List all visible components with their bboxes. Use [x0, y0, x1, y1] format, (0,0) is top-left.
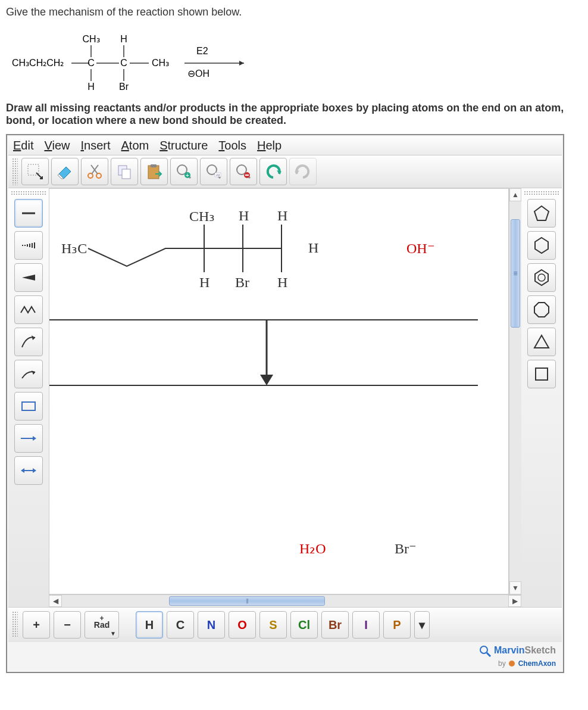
copy-tool[interactable]	[111, 158, 138, 185]
atom-C-button[interactable]: C	[167, 611, 194, 639]
scroll-h-track[interactable]	[62, 595, 508, 607]
svg-marker-49	[260, 375, 273, 385]
left-toolbar	[8, 188, 49, 607]
svg-marker-44	[33, 468, 36, 473]
scroll-left-arrow[interactable]: ◀	[49, 595, 62, 607]
menu-atom[interactable]: Atom	[121, 139, 149, 152]
canvas-ch3: CH₃	[189, 208, 215, 225]
charge-plus-button[interactable]: +	[23, 611, 50, 639]
atom-H-button[interactable]: H	[136, 611, 163, 639]
brand-by: by	[498, 659, 506, 668]
undo-tool[interactable]	[259, 158, 287, 185]
wedge-hash-tool[interactable]	[14, 231, 43, 260]
atom-P-button[interactable]: P	[383, 611, 411, 639]
atom-Br-button[interactable]: Br	[321, 611, 349, 639]
reaction-right-group: CH₃	[152, 58, 169, 68]
selection-tool[interactable]	[21, 158, 49, 185]
c2-top: H	[120, 34, 127, 44]
svg-marker-39	[32, 370, 35, 375]
canvas-h-bot1: H	[199, 275, 209, 291]
marvin-editor: Edit View Insert Atom Structure Tools He…	[6, 134, 564, 673]
canvas-br-minus: Br⁻	[395, 540, 417, 557]
c1-label: C	[87, 58, 95, 68]
benzene-tool[interactable]	[527, 263, 556, 292]
cyclopentane-tool[interactable]	[527, 199, 556, 228]
canvas-br: Br	[235, 275, 249, 291]
scroll-v-thumb[interactable]	[511, 219, 520, 328]
paste-tool[interactable]	[140, 158, 168, 185]
canvas-h-right: H	[308, 240, 318, 256]
cut-tool[interactable]	[81, 158, 108, 185]
toolbar-top: + All	[8, 155, 562, 188]
curved-arrow-tool-2[interactable]	[14, 360, 43, 388]
question-text: Give the mechanism of the reaction shown…	[6, 6, 582, 18]
atom-Cl-button[interactable]: Cl	[290, 611, 318, 639]
atom-O-button[interactable]: O	[229, 611, 256, 639]
single-arrow-tool[interactable]	[14, 424, 43, 453]
scroll-up-arrow[interactable]: ▲	[509, 188, 521, 201]
vertical-scrollbar[interactable]: ▲ ▼	[509, 188, 521, 594]
zoom-out-tool[interactable]	[230, 158, 257, 185]
c1-bot: H	[87, 82, 95, 92]
svg-text:All: All	[216, 173, 220, 177]
horizontal-scrollbar[interactable]: ◀ ▶	[49, 594, 521, 607]
atom-N-button[interactable]: N	[198, 611, 225, 639]
cyclohexane-tool[interactable]	[527, 231, 556, 260]
svg-marker-37	[22, 275, 35, 281]
zoom-all-tool[interactable]: All	[200, 158, 227, 185]
magnifier-icon	[478, 644, 492, 658]
svg-rect-14	[148, 166, 159, 179]
menu-view[interactable]: View	[44, 139, 70, 152]
svg-marker-60	[534, 303, 549, 317]
svg-marker-42	[33, 436, 36, 441]
scroll-right-arrow[interactable]: ▶	[508, 595, 521, 607]
atom-more-button[interactable]: ▾	[414, 611, 430, 639]
menu-help[interactable]: Help	[257, 139, 282, 152]
reaction-scheme: CH₃CH₂CH₂ C C CH₃ CH₃ H H Br E2 ⊖OH	[6, 24, 582, 96]
atom-I-button[interactable]: I	[352, 611, 380, 639]
menu-edit[interactable]: Edit	[13, 139, 33, 152]
double-arrow-tool[interactable]	[14, 456, 43, 485]
single-bond-tool[interactable]	[14, 199, 43, 228]
scroll-down-arrow[interactable]: ▼	[509, 581, 521, 594]
scroll-h-thumb[interactable]	[169, 596, 325, 606]
side-grip	[11, 191, 46, 195]
svg-rect-15	[151, 164, 157, 167]
c2-bot: Br	[119, 82, 129, 92]
radical-button[interactable]: + Rad ▼	[85, 611, 119, 639]
rectangle-tool[interactable]	[14, 392, 43, 421]
charge-minus-button[interactable]: −	[54, 611, 81, 639]
canvas-h-top1: H	[239, 208, 249, 224]
atom-toolbar: + − + Rad ▼ H C N O S Cl Br I P ▾	[8, 607, 562, 642]
canvas-oh-minus: OH⁻	[406, 240, 435, 257]
svg-rect-40	[22, 402, 35, 410]
brand-marvin: Marvin	[494, 645, 525, 655]
redo-tool[interactable]	[289, 158, 317, 185]
curved-arrow-tool-1[interactable]	[14, 328, 43, 356]
canvas-h-top2: H	[277, 208, 287, 224]
zoom-in-tool[interactable]: +	[170, 158, 198, 185]
drawing-canvas[interactable]: H₃C CH₃ H H H H Br H OH⁻ H₂O Br⁻	[49, 188, 509, 594]
brand-sketch: Sketch	[525, 645, 556, 655]
svg-rect-13	[122, 169, 130, 179]
eraser-tool[interactable]	[51, 158, 79, 185]
cyclooctane-tool[interactable]	[527, 295, 556, 324]
menu-structure[interactable]: Structure	[159, 139, 208, 152]
branding: MarvinSketch by ChemAxon	[8, 642, 562, 671]
svg-point-59	[538, 274, 545, 281]
menu-tools[interactable]: Tools	[218, 139, 246, 152]
square-tool[interactable]	[527, 360, 556, 388]
scroll-v-track[interactable]	[509, 201, 521, 581]
c2-label: C	[120, 58, 127, 68]
svg-marker-57	[535, 238, 548, 253]
svg-point-63	[480, 646, 487, 653]
reaction-left-group: CH₃CH₂CH₂	[12, 58, 64, 68]
arrow-top: E2	[196, 46, 208, 56]
toolbar-grip	[12, 158, 18, 185]
triangle-tool[interactable]	[527, 328, 556, 356]
atom-S-button[interactable]: S	[259, 611, 287, 639]
menu-insert[interactable]: Insert	[80, 139, 110, 152]
chain-tool[interactable]	[14, 295, 43, 324]
canvas-h2o: H₂O	[299, 540, 326, 557]
wedge-solid-tool[interactable]	[14, 263, 43, 292]
